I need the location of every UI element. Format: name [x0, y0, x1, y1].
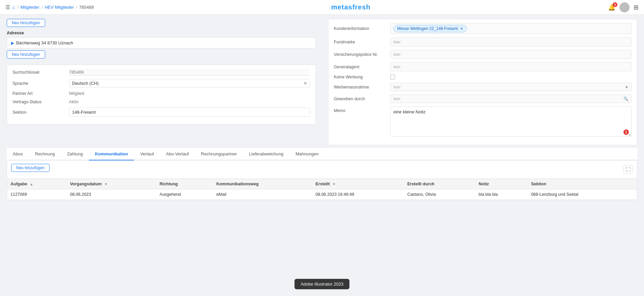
tab-lieferabweichung[interactable]: Lieferabweichung — [243, 148, 290, 160]
generalagent-label: Generalagent — [334, 65, 388, 69]
werbemassnahme-label: Werbemassnahme — [334, 85, 388, 89]
cell-sektion: 068-Lenzburg und Seetal — [528, 189, 637, 200]
partner-art-value: Mitglied — [69, 91, 310, 96]
memo-label: Memo — [334, 106, 388, 113]
kundeninformation-row: Kundeninformation Messe Wettingen 22_148… — [334, 23, 632, 34]
tab-verlauf[interactable]: Verlauf — [134, 148, 160, 160]
cell-richtung: Ausgehend — [156, 189, 213, 200]
sprache-row: Sprache Deutsch (CH) ✕ — [12, 79, 310, 87]
table-add-button[interactable]: Neu hinzufügen — [11, 164, 50, 172]
sektion-input[interactable] — [69, 108, 310, 117]
user-avatar[interactable] — [619, 2, 630, 12]
sektion-row: Sektion — [12, 108, 310, 117]
geworben-durch-search-icon[interactable]: 🔍 — [623, 97, 629, 101]
sprache-clear-icon[interactable]: ✕ — [303, 81, 307, 86]
tab-mahnungen[interactable]: Mahnungen — [289, 148, 325, 160]
breadcrumb-sep-3: / — [76, 5, 77, 10]
col-vorgangsdatum[interactable]: Vorgangsdatum ▼ — [67, 179, 156, 189]
geworben-durch-row: Geworben durch leer 🔍 — [334, 95, 632, 103]
werbemassnahme-value: leer — [393, 84, 401, 89]
col-erstellt[interactable]: Erstellt ▼ — [312, 179, 404, 189]
tab-zahlung[interactable]: Zahlung — [61, 148, 89, 160]
address-expand-icon[interactable]: ▶ — [11, 41, 14, 45]
generalagent-value[interactable]: leer — [390, 62, 632, 71]
breadcrumb-id: 785489 — [79, 5, 94, 10]
keine-werbung-label: Keine Werbung — [334, 75, 388, 79]
breadcrumb-sep-2: / — [41, 5, 43, 10]
suchschluessel-row: Suchschlüssel — [12, 69, 310, 76]
kommunikation-table: Aufgabe ▲ Vorgangsdatum ▼ Richtung Kommu… — [7, 179, 637, 200]
aufgabe-sort-icon: ▲ — [30, 182, 33, 186]
right-column: Kundeninformation Messe Wettingen 22_148… — [325, 19, 637, 145]
keine-werbung-row: Keine Werbung — [334, 75, 632, 79]
versicherungspolice-row: Versicherungspolice Nr. leer — [334, 50, 632, 59]
table-row[interactable]: 1127069 08.06.2023 Ausgehend eMail 08.06… — [7, 189, 637, 200]
tab-rechnungspartner[interactable]: Rechnungspartner — [195, 148, 243, 160]
breadcrumb-mitglieder[interactable]: Mitglieder — [21, 5, 39, 10]
breadcrumb-sep-1: / — [17, 5, 19, 10]
fundmarke-row: Fundmarke leer — [334, 37, 632, 46]
versicherungspolice-value[interactable]: leer — [390, 50, 632, 59]
cell-vorgangsdatum: 08.06.2023 — [67, 189, 156, 200]
versicherungspolice-label: Versicherungspolice Nr. — [334, 52, 388, 57]
sprache-value: Deutsch (CH) — [72, 81, 303, 86]
add-button-top[interactable]: Neu hinzufügen — [7, 19, 45, 27]
sprache-label: Sprache — [12, 81, 66, 86]
fundmarke-label: Fundmarke — [334, 40, 388, 44]
col-aufgabe[interactable]: Aufgabe ▲ — [7, 179, 67, 189]
left-column: Neu hinzufügen Adresse ▶ Bächlenweg 34 8… — [7, 19, 319, 145]
cell-notiz: bla bla bla — [475, 189, 528, 200]
suchschluessel-input[interactable] — [69, 69, 310, 76]
vertrags-status-row: Vertrags-Status Aktiv — [12, 99, 310, 104]
col-richtung[interactable]: Richtung — [156, 179, 213, 189]
cell-erstellt-durch: Castano, Olivia — [404, 189, 475, 200]
add-address-button[interactable]: Neu hinzufügen — [7, 50, 45, 59]
suchschluessel-label: Suchschlüssel — [12, 70, 66, 75]
cell-aufgabe: 1127069 — [7, 189, 67, 200]
nav-center: metasfresh — [331, 3, 371, 11]
breadcrumb-hev[interactable]: HEV Mitglieder — [45, 5, 74, 10]
partner-art-label: Partner Art — [12, 91, 66, 96]
menu-icon[interactable]: ☰ — [5, 4, 10, 10]
cell-erstellt: 08.06.2023 16:46:49 — [312, 189, 404, 200]
nav-left: ☰ ⌂ / Mitglieder / HEV Mitglieder / 7854… — [5, 4, 94, 10]
col-erstellt-durch[interactable]: Erstellt durch — [404, 179, 475, 189]
geworben-durch-field[interactable]: leer 🔍 — [390, 95, 632, 103]
geworben-durch-value: leer — [393, 96, 401, 101]
tabs-bar: Abos Rechnung Zahlung Kommunikation Verl… — [7, 148, 637, 160]
tag-remove-icon[interactable]: ✕ — [460, 27, 463, 31]
tab-abo-verlauf[interactable]: Abo-Verlauf — [160, 148, 195, 160]
app-logo: metasfresh — [331, 3, 371, 11]
col-kommunikationsweg[interactable]: Kommunikationsweg — [213, 179, 312, 189]
fundmarke-value[interactable]: leer — [390, 37, 632, 46]
col-sektion[interactable]: Sektion — [528, 179, 637, 189]
kundeninformation-tag: Messe Wettingen 22_148-Freiamt ✕ — [393, 25, 467, 32]
address-section: Adresse ▶ Bächlenweg 34 8730 Uznach Neu … — [7, 30, 316, 62]
memo-textarea[interactable] — [390, 106, 632, 137]
right-form-section: Kundeninformation Messe Wettingen 22_148… — [328, 19, 637, 145]
address-header: Adresse — [7, 30, 316, 35]
cell-kommunikationsweg: eMail — [213, 189, 312, 200]
expand-table-button[interactable]: ⛶ — [623, 165, 633, 174]
vertrags-status-label: Vertrags-Status — [12, 100, 66, 104]
left-form-section: Suchschlüssel Sprache Deutsch (CH) ✕ Par… — [7, 65, 316, 124]
address-line: Bächlenweg 34 8730 Uznach — [16, 40, 73, 45]
werbemassnahme-row: Werbemassnahme leer ▼ — [334, 83, 632, 91]
tab-kommunikation[interactable]: Kommunikation — [89, 148, 134, 160]
grid-menu-icon[interactable]: ⊞ — [634, 4, 639, 11]
sektion-label: Sektion — [12, 110, 66, 115]
generalagent-row: Generalagent leer — [334, 62, 632, 71]
table-section: Neu hinzufügen ⛶ Aufgabe ▲ Vorgangsdatum… — [7, 160, 637, 200]
table-toolbar: Neu hinzufügen ⛶ — [7, 160, 637, 179]
keine-werbung-checkbox[interactable] — [390, 75, 395, 79]
tab-abos[interactable]: Abos — [7, 148, 29, 160]
col-notiz[interactable]: Notiz — [475, 179, 528, 189]
notification-button[interactable]: 🔔 3 — [608, 4, 615, 11]
kundeninformation-label: Kundeninformation — [334, 26, 388, 31]
notification-badge: 3 — [613, 2, 617, 7]
main-content: Neu hinzufügen Adresse ▶ Bächlenweg 34 8… — [0, 15, 644, 204]
home-icon[interactable]: ⌂ — [12, 4, 15, 10]
werbemassnahme-select[interactable]: leer ▼ — [390, 83, 632, 91]
memo-row: Memo 1 — [334, 106, 632, 138]
tab-rechnung[interactable]: Rechnung — [29, 148, 61, 160]
